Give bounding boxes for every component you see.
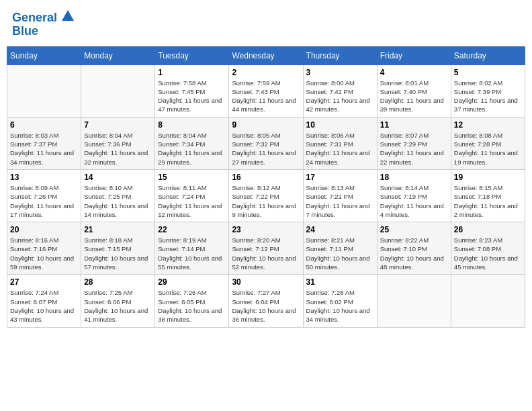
day-info: Sunrise: 8:23 AMSunset: 7:08 PMDaylight:… <box>454 236 522 271</box>
day-number: 24 <box>306 225 374 234</box>
day-number: 21 <box>84 225 152 234</box>
day-info: Sunrise: 8:04 AMSunset: 7:36 PMDaylight:… <box>84 131 152 167</box>
day-number: 5 <box>454 68 522 77</box>
day-number: 31 <box>306 277 374 287</box>
weekday-header-monday: Monday <box>81 46 155 64</box>
day-info: Sunrise: 8:13 AMSunset: 7:21 PMDaylight:… <box>306 183 374 219</box>
day-number: 2 <box>232 68 300 77</box>
logo-blue: Blue <box>12 24 38 38</box>
header: General Blue <box>7 7 525 41</box>
day-number: 23 <box>232 225 300 234</box>
calendar-cell: 2Sunrise: 7:59 AMSunset: 7:43 PMDaylight… <box>229 64 303 117</box>
day-info: Sunrise: 7:26 AMSunset: 6:05 PMDaylight:… <box>158 288 226 324</box>
calendar-cell: 23Sunrise: 8:20 AMSunset: 7:12 PMDayligh… <box>229 222 303 275</box>
calendar-cell: 25Sunrise: 8:22 AMSunset: 7:10 PMDayligh… <box>377 222 451 275</box>
day-number: 29 <box>158 277 226 287</box>
weekday-header-thursday: Thursday <box>303 46 377 64</box>
calendar-cell: 29Sunrise: 7:26 AMSunset: 6:05 PMDayligh… <box>155 275 229 327</box>
day-info: Sunrise: 8:15 AMSunset: 7:18 PMDaylight:… <box>454 183 522 219</box>
calendar-cell: 11Sunrise: 8:07 AMSunset: 7:29 PMDayligh… <box>377 117 451 169</box>
day-number: 28 <box>84 277 152 287</box>
calendar-cell: 7Sunrise: 8:04 AMSunset: 7:36 PMDaylight… <box>81 117 155 169</box>
calendar-cell: 20Sunrise: 8:16 AMSunset: 7:16 PMDayligh… <box>7 222 81 275</box>
day-number: 1 <box>158 68 226 77</box>
calendar-cell: 9Sunrise: 8:05 AMSunset: 7:32 PMDaylight… <box>229 117 303 169</box>
day-info: Sunrise: 8:00 AMSunset: 7:42 PMDaylight:… <box>306 79 374 114</box>
day-info: Sunrise: 8:12 AMSunset: 7:22 PMDaylight:… <box>232 183 300 219</box>
day-info: Sunrise: 7:25 AMSunset: 6:06 PMDaylight:… <box>84 288 152 324</box>
day-number: 25 <box>380 225 448 234</box>
calendar-cell: 6Sunrise: 8:03 AMSunset: 7:37 PMDaylight… <box>7 117 81 169</box>
week-row-5: 27Sunrise: 7:24 AMSunset: 6:07 PMDayligh… <box>7 275 525 327</box>
calendar-cell: 13Sunrise: 8:09 AMSunset: 7:26 PMDayligh… <box>7 169 81 222</box>
logo: General Blue <box>12 9 74 38</box>
day-number: 7 <box>84 120 152 130</box>
calendar-cell: 16Sunrise: 8:12 AMSunset: 7:22 PMDayligh… <box>229 169 303 222</box>
day-number: 15 <box>158 173 226 182</box>
weekday-header-sunday: Sunday <box>7 46 81 64</box>
day-number: 18 <box>380 173 448 182</box>
calendar-cell: 8Sunrise: 8:04 AMSunset: 7:34 PMDaylight… <box>155 117 229 169</box>
day-info: Sunrise: 8:22 AMSunset: 7:10 PMDaylight:… <box>380 236 448 271</box>
day-info: Sunrise: 8:05 AMSunset: 7:32 PMDaylight:… <box>232 131 300 167</box>
day-number: 4 <box>380 68 448 77</box>
day-number: 20 <box>10 225 78 234</box>
calendar-cell <box>377 275 451 327</box>
day-info: Sunrise: 8:08 AMSunset: 7:28 PMDaylight:… <box>454 131 522 167</box>
day-number: 6 <box>10 120 78 130</box>
logo-icon <box>62 9 74 21</box>
calendar: SundayMondayTuesdayWednesdayThursdayFrid… <box>7 46 525 328</box>
day-number: 16 <box>232 173 300 182</box>
calendar-cell: 5Sunrise: 8:02 AMSunset: 7:39 PMDaylight… <box>451 64 525 117</box>
day-number: 19 <box>454 173 522 182</box>
week-row-4: 20Sunrise: 8:16 AMSunset: 7:16 PMDayligh… <box>7 222 525 275</box>
calendar-cell: 27Sunrise: 7:24 AMSunset: 6:07 PMDayligh… <box>7 275 81 327</box>
day-number: 26 <box>454 225 522 234</box>
logo-general: General <box>12 11 57 24</box>
day-info: Sunrise: 7:28 AMSunset: 6:02 PMDaylight:… <box>306 288 374 324</box>
calendar-cell: 26Sunrise: 8:23 AMSunset: 7:08 PMDayligh… <box>451 222 525 275</box>
calendar-cell: 14Sunrise: 8:10 AMSunset: 7:25 PMDayligh… <box>81 169 155 222</box>
calendar-cell: 1Sunrise: 7:58 AMSunset: 7:45 PMDaylight… <box>155 64 229 117</box>
day-info: Sunrise: 8:16 AMSunset: 7:16 PMDaylight:… <box>10 236 78 271</box>
day-number: 30 <box>232 277 300 287</box>
day-number: 14 <box>84 173 152 182</box>
day-info: Sunrise: 8:20 AMSunset: 7:12 PMDaylight:… <box>232 236 300 271</box>
calendar-cell: 4Sunrise: 8:01 AMSunset: 7:40 PMDaylight… <box>377 64 451 117</box>
day-info: Sunrise: 8:19 AMSunset: 7:14 PMDaylight:… <box>158 236 226 271</box>
calendar-cell: 15Sunrise: 8:11 AMSunset: 7:24 PMDayligh… <box>155 169 229 222</box>
day-info: Sunrise: 8:06 AMSunset: 7:31 PMDaylight:… <box>306 131 374 167</box>
day-info: Sunrise: 7:24 AMSunset: 6:07 PMDaylight:… <box>10 288 78 324</box>
day-number: 11 <box>380 120 448 130</box>
day-number: 13 <box>10 173 78 182</box>
calendar-cell: 3Sunrise: 8:00 AMSunset: 7:42 PMDaylight… <box>303 64 377 117</box>
calendar-cell <box>451 275 525 327</box>
day-info: Sunrise: 8:04 AMSunset: 7:34 PMDaylight:… <box>158 131 226 167</box>
day-info: Sunrise: 7:59 AMSunset: 7:43 PMDaylight:… <box>232 79 300 114</box>
day-info: Sunrise: 8:14 AMSunset: 7:19 PMDaylight:… <box>380 183 448 219</box>
day-number: 22 <box>158 225 226 234</box>
day-number: 9 <box>232 120 300 130</box>
week-row-2: 6Sunrise: 8:03 AMSunset: 7:37 PMDaylight… <box>7 117 525 169</box>
day-info: Sunrise: 8:11 AMSunset: 7:24 PMDaylight:… <box>158 183 226 219</box>
day-info: Sunrise: 8:07 AMSunset: 7:29 PMDaylight:… <box>380 131 448 167</box>
calendar-cell: 24Sunrise: 8:21 AMSunset: 7:11 PMDayligh… <box>303 222 377 275</box>
calendar-cell: 12Sunrise: 8:08 AMSunset: 7:28 PMDayligh… <box>451 117 525 169</box>
day-number: 12 <box>454 120 522 130</box>
day-info: Sunrise: 8:18 AMSunset: 7:15 PMDaylight:… <box>84 236 152 271</box>
calendar-cell: 10Sunrise: 8:06 AMSunset: 7:31 PMDayligh… <box>303 117 377 169</box>
day-number: 8 <box>158 120 226 130</box>
calendar-cell: 22Sunrise: 8:19 AMSunset: 7:14 PMDayligh… <box>155 222 229 275</box>
week-row-3: 13Sunrise: 8:09 AMSunset: 7:26 PMDayligh… <box>7 169 525 222</box>
calendar-cell: 28Sunrise: 7:25 AMSunset: 6:06 PMDayligh… <box>81 275 155 327</box>
calendar-cell: 18Sunrise: 8:14 AMSunset: 7:19 PMDayligh… <box>377 169 451 222</box>
day-info: Sunrise: 8:01 AMSunset: 7:40 PMDaylight:… <box>380 79 448 114</box>
day-number: 10 <box>306 120 374 130</box>
day-info: Sunrise: 8:21 AMSunset: 7:11 PMDaylight:… <box>306 236 374 271</box>
calendar-cell: 21Sunrise: 8:18 AMSunset: 7:15 PMDayligh… <box>81 222 155 275</box>
week-row-1: 1Sunrise: 7:58 AMSunset: 7:45 PMDaylight… <box>7 64 525 117</box>
calendar-cell: 19Sunrise: 8:15 AMSunset: 7:18 PMDayligh… <box>451 169 525 222</box>
day-number: 3 <box>306 68 374 77</box>
weekday-header-row: SundayMondayTuesdayWednesdayThursdayFrid… <box>7 46 525 64</box>
day-info: Sunrise: 8:02 AMSunset: 7:39 PMDaylight:… <box>454 79 522 114</box>
